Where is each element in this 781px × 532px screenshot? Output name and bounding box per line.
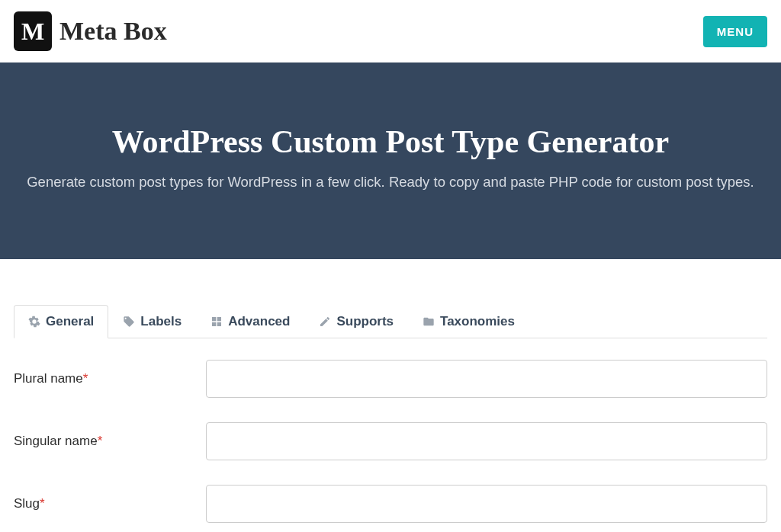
tabs: General Labels Advanced Supports Taxonom…: [14, 305, 767, 338]
pencil-icon: [319, 316, 331, 328]
field-row-singular: Singular name*: [14, 422, 767, 460]
header: M Meta Box MENU: [0, 0, 781, 62]
tab-advanced[interactable]: Advanced: [196, 305, 304, 338]
grid-icon: [211, 316, 223, 328]
tab-label: Supports: [336, 314, 394, 329]
tab-label: Labels: [140, 314, 182, 329]
field-row-slug: Slug*: [14, 485, 767, 523]
plural-name-label: Plural name*: [14, 371, 206, 386]
slug-input[interactable]: [206, 485, 767, 523]
logo-mark-icon: M: [14, 11, 52, 51]
page-title: WordPress Custom Post Type Generator: [14, 123, 767, 160]
tab-label: General: [46, 314, 94, 329]
plural-name-input[interactable]: [206, 360, 767, 398]
form-general: Plural name* Singular name* Slug*: [14, 338, 767, 523]
tab-supports[interactable]: Supports: [304, 305, 408, 338]
gear-icon: [28, 316, 40, 328]
tab-label: Advanced: [228, 314, 290, 329]
hero: WordPress Custom Post Type Generator Gen…: [0, 62, 781, 259]
field-row-plural: Plural name*: [14, 360, 767, 398]
folder-icon: [423, 316, 435, 328]
page-subtitle: Generate custom post types for WordPress…: [14, 174, 767, 191]
menu-button[interactable]: MENU: [703, 16, 767, 47]
tab-general[interactable]: General: [14, 305, 108, 338]
slug-label: Slug*: [14, 496, 206, 511]
tab-label: Taxonomies: [440, 314, 515, 329]
logo[interactable]: M Meta Box: [14, 11, 167, 51]
singular-name-label: Singular name*: [14, 434, 206, 449]
tag-icon: [123, 316, 135, 328]
tab-taxonomies[interactable]: Taxonomies: [408, 305, 529, 338]
logo-text: Meta Box: [59, 17, 167, 46]
tab-labels[interactable]: Labels: [108, 305, 196, 338]
singular-name-input[interactable]: [206, 422, 767, 460]
content: General Labels Advanced Supports Taxonom…: [0, 259, 781, 523]
